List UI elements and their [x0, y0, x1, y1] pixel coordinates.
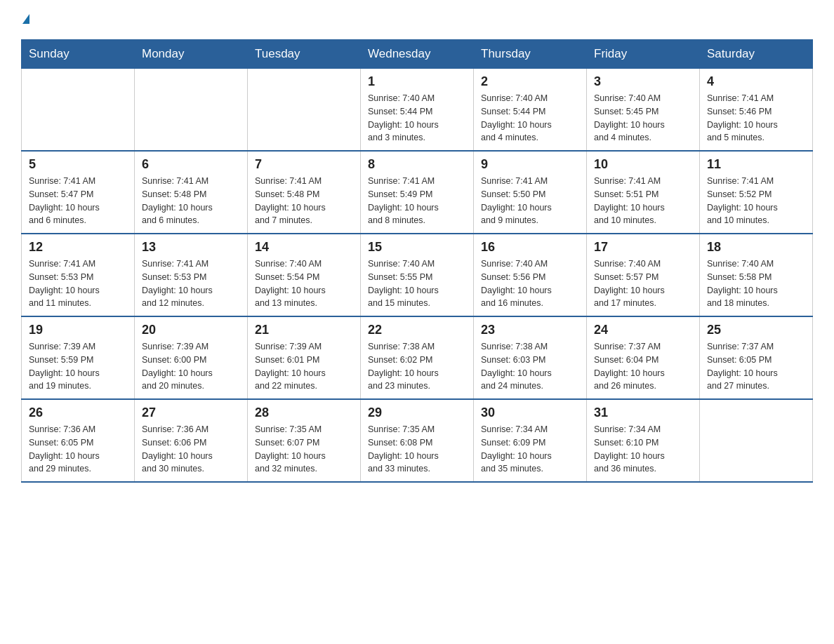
calendar-cell: 25Sunrise: 7:37 AMSunset: 6:05 PMDayligh…	[700, 316, 813, 399]
day-info: Sunrise: 7:39 AMSunset: 5:59 PMDaylight:…	[29, 340, 127, 393]
calendar-cell: 10Sunrise: 7:41 AMSunset: 5:51 PMDayligh…	[587, 151, 700, 234]
day-number: 18	[707, 240, 805, 255]
calendar-cell	[22, 69, 135, 152]
day-info: Sunrise: 7:34 AMSunset: 6:10 PMDaylight:…	[594, 423, 692, 476]
day-info: Sunrise: 7:41 AMSunset: 5:53 PMDaylight:…	[142, 257, 240, 310]
day-info: Sunrise: 7:40 AMSunset: 5:44 PMDaylight:…	[481, 92, 579, 145]
calendar-cell: 26Sunrise: 7:36 AMSunset: 6:05 PMDayligh…	[22, 399, 135, 482]
day-number: 16	[481, 240, 579, 255]
calendar-cell: 23Sunrise: 7:38 AMSunset: 6:03 PMDayligh…	[474, 316, 587, 399]
day-info: Sunrise: 7:41 AMSunset: 5:46 PMDaylight:…	[707, 92, 805, 145]
calendar-table: SundayMondayTuesdayWednesdayThursdayFrid…	[21, 39, 813, 483]
calendar-cell: 8Sunrise: 7:41 AMSunset: 5:49 PMDaylight…	[361, 151, 474, 234]
day-number: 25	[707, 323, 805, 337]
day-number: 2	[481, 74, 579, 89]
day-number: 7	[255, 157, 353, 172]
day-info: Sunrise: 7:37 AMSunset: 6:04 PMDaylight:…	[594, 340, 692, 393]
day-info: Sunrise: 7:35 AMSunset: 6:07 PMDaylight:…	[255, 423, 353, 476]
calendar-cell: 21Sunrise: 7:39 AMSunset: 6:01 PMDayligh…	[248, 316, 361, 399]
day-info: Sunrise: 7:35 AMSunset: 6:08 PMDaylight:…	[368, 423, 466, 476]
day-info: Sunrise: 7:39 AMSunset: 6:01 PMDaylight:…	[255, 340, 353, 393]
day-info: Sunrise: 7:38 AMSunset: 6:02 PMDaylight:…	[368, 340, 466, 393]
calendar-cell: 22Sunrise: 7:38 AMSunset: 6:02 PMDayligh…	[361, 316, 474, 399]
day-number: 14	[255, 240, 353, 255]
weekday-header-thursday: Thursday	[474, 40, 587, 69]
day-number: 3	[594, 74, 692, 89]
calendar-cell: 24Sunrise: 7:37 AMSunset: 6:04 PMDayligh…	[587, 316, 700, 399]
day-number: 13	[142, 240, 240, 255]
calendar-cell: 30Sunrise: 7:34 AMSunset: 6:09 PMDayligh…	[474, 399, 587, 482]
calendar-cell: 9Sunrise: 7:41 AMSunset: 5:50 PMDaylight…	[474, 151, 587, 234]
calendar-cell: 6Sunrise: 7:41 AMSunset: 5:48 PMDaylight…	[135, 151, 248, 234]
day-info: Sunrise: 7:40 AMSunset: 5:44 PMDaylight:…	[368, 92, 466, 145]
calendar-header-row: SundayMondayTuesdayWednesdayThursdayFrid…	[22, 40, 813, 69]
day-info: Sunrise: 7:39 AMSunset: 6:00 PMDaylight:…	[142, 340, 240, 393]
day-info: Sunrise: 7:37 AMSunset: 6:05 PMDaylight:…	[707, 340, 805, 393]
calendar-cell: 14Sunrise: 7:40 AMSunset: 5:54 PMDayligh…	[248, 234, 361, 316]
calendar-cell: 1Sunrise: 7:40 AMSunset: 5:44 PMDaylight…	[361, 69, 474, 152]
day-number: 15	[368, 240, 466, 255]
day-info: Sunrise: 7:40 AMSunset: 5:58 PMDaylight:…	[707, 257, 805, 310]
day-info: Sunrise: 7:40 AMSunset: 5:45 PMDaylight:…	[594, 92, 692, 145]
weekday-header-friday: Friday	[587, 40, 700, 69]
day-number: 20	[142, 323, 240, 337]
day-info: Sunrise: 7:36 AMSunset: 6:06 PMDaylight:…	[142, 423, 240, 476]
day-info: Sunrise: 7:41 AMSunset: 5:53 PMDaylight:…	[29, 257, 127, 310]
calendar-cell: 20Sunrise: 7:39 AMSunset: 6:00 PMDayligh…	[135, 316, 248, 399]
day-number: 23	[481, 323, 579, 337]
calendar-cell: 18Sunrise: 7:40 AMSunset: 5:58 PMDayligh…	[700, 234, 813, 316]
day-number: 9	[481, 157, 579, 172]
day-info: Sunrise: 7:40 AMSunset: 5:54 PMDaylight:…	[255, 257, 353, 310]
day-number: 30	[481, 405, 579, 420]
day-number: 11	[707, 157, 805, 172]
calendar-cell: 15Sunrise: 7:40 AMSunset: 5:55 PMDayligh…	[361, 234, 474, 316]
day-info: Sunrise: 7:40 AMSunset: 5:57 PMDaylight:…	[594, 257, 692, 310]
calendar-cell: 11Sunrise: 7:41 AMSunset: 5:52 PMDayligh…	[700, 151, 813, 234]
day-info: Sunrise: 7:41 AMSunset: 5:50 PMDaylight:…	[481, 175, 579, 227]
day-number: 21	[255, 323, 353, 337]
day-number: 24	[594, 323, 692, 337]
day-number: 29	[368, 405, 466, 420]
day-info: Sunrise: 7:41 AMSunset: 5:48 PMDaylight:…	[142, 175, 240, 227]
day-number: 6	[142, 157, 240, 172]
day-info: Sunrise: 7:40 AMSunset: 5:56 PMDaylight:…	[481, 257, 579, 310]
weekday-header-saturday: Saturday	[700, 40, 813, 69]
day-number: 19	[29, 323, 127, 337]
calendar-week-row: 19Sunrise: 7:39 AMSunset: 5:59 PMDayligh…	[22, 316, 813, 399]
weekday-header-sunday: Sunday	[22, 40, 135, 69]
day-number: 27	[142, 405, 240, 420]
calendar-week-row: 12Sunrise: 7:41 AMSunset: 5:53 PMDayligh…	[22, 234, 813, 316]
calendar-cell: 13Sunrise: 7:41 AMSunset: 5:53 PMDayligh…	[135, 234, 248, 316]
day-info: Sunrise: 7:40 AMSunset: 5:55 PMDaylight:…	[368, 257, 466, 310]
day-number: 10	[594, 157, 692, 172]
calendar-cell	[248, 69, 361, 152]
day-number: 28	[255, 405, 353, 420]
day-number: 17	[594, 240, 692, 255]
calendar-cell: 4Sunrise: 7:41 AMSunset: 5:46 PMDaylight…	[700, 69, 813, 152]
calendar-week-row: 26Sunrise: 7:36 AMSunset: 6:05 PMDayligh…	[22, 399, 813, 482]
calendar-cell: 12Sunrise: 7:41 AMSunset: 5:53 PMDayligh…	[22, 234, 135, 316]
page-header	[21, 14, 813, 25]
calendar-cell: 3Sunrise: 7:40 AMSunset: 5:45 PMDaylight…	[587, 69, 700, 152]
calendar-cell	[135, 69, 248, 152]
weekday-header-tuesday: Tuesday	[248, 40, 361, 69]
day-number: 4	[707, 74, 805, 89]
day-info: Sunrise: 7:41 AMSunset: 5:49 PMDaylight:…	[368, 175, 466, 227]
weekday-header-monday: Monday	[135, 40, 248, 69]
calendar-cell: 28Sunrise: 7:35 AMSunset: 6:07 PMDayligh…	[248, 399, 361, 482]
calendar-week-row: 5Sunrise: 7:41 AMSunset: 5:47 PMDaylight…	[22, 151, 813, 234]
logo	[21, 14, 29, 25]
day-number: 22	[368, 323, 466, 337]
day-number: 5	[29, 157, 127, 172]
day-number: 31	[594, 405, 692, 420]
day-info: Sunrise: 7:41 AMSunset: 5:52 PMDaylight:…	[707, 175, 805, 227]
calendar-cell: 29Sunrise: 7:35 AMSunset: 6:08 PMDayligh…	[361, 399, 474, 482]
day-info: Sunrise: 7:34 AMSunset: 6:09 PMDaylight:…	[481, 423, 579, 476]
day-info: Sunrise: 7:41 AMSunset: 5:51 PMDaylight:…	[594, 175, 692, 227]
day-number: 8	[368, 157, 466, 172]
day-number: 12	[29, 240, 127, 255]
calendar-cell: 5Sunrise: 7:41 AMSunset: 5:47 PMDaylight…	[22, 151, 135, 234]
calendar-cell: 17Sunrise: 7:40 AMSunset: 5:57 PMDayligh…	[587, 234, 700, 316]
calendar-cell	[700, 399, 813, 482]
day-number: 26	[29, 405, 127, 420]
